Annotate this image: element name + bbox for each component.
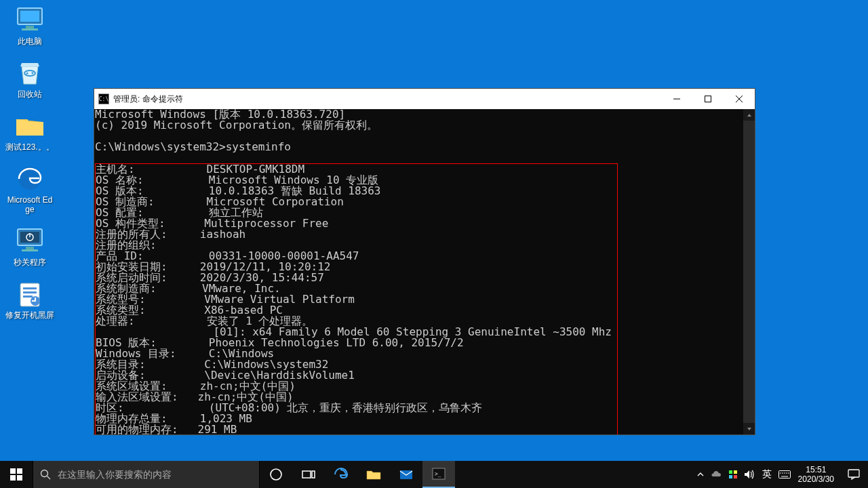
clock-date: 2020/3/30: [798, 474, 834, 484]
desktop: 此电脑回收站测试123.。。Microsoft Edge秒关程序修复开机黑屏: [5, 5, 60, 332]
desktop-icon-edge[interactable]: Microsoft Edge: [5, 164, 54, 214]
terminal-wrap: Microsoft Windows [版本 10.0.18363.720] (c…: [94, 109, 755, 434]
svg-rect-40: [734, 475, 737, 479]
titlebar[interactable]: C:\ 管理员: 命令提示符: [94, 89, 755, 109]
scroll-up-button[interactable]: [743, 109, 755, 121]
search-icon: [40, 469, 51, 480]
svg-rect-18: [32, 300, 36, 302]
svg-rect-26: [17, 468, 22, 474]
onedrive-icon[interactable]: [709, 461, 725, 488]
systeminfo-highlight: 主机名: DESKTOP-GMK18DM OS 名称: Microsoft Wi…: [95, 163, 618, 434]
tray-chevron-icon[interactable]: [692, 461, 709, 488]
desktop-icon-pc[interactable]: 此电脑: [5, 5, 54, 46]
svg-rect-14: [23, 291, 37, 293]
svg-rect-1: [20, 11, 39, 22]
svg-rect-39: [729, 475, 732, 479]
svg-text:>_: >_: [435, 471, 441, 477]
svg-rect-20: [705, 96, 711, 102]
desktop-icon-label: 测试123.。。: [5, 142, 54, 152]
desktop-icon-repair[interactable]: 修复开机黑屏: [5, 279, 54, 320]
clock[interactable]: 15:51 2020/3/30: [793, 465, 840, 484]
explorer-app-button[interactable]: [357, 461, 390, 488]
svg-rect-27: [10, 475, 16, 481]
keyboard-icon[interactable]: [776, 461, 793, 488]
shutdown-icon: [14, 226, 46, 255]
volume-icon[interactable]: [741, 461, 757, 488]
mail-app-button[interactable]: [390, 461, 422, 488]
svg-point-47: [786, 472, 787, 474]
recycle-icon: [14, 58, 46, 87]
cmd-window: C:\ 管理员: 命令提示符 Microsoft Windows [版本 10.…: [94, 88, 755, 435]
desktop-icon-label: 修复开机黑屏: [5, 310, 54, 320]
window-title: 管理员: 命令提示符: [113, 94, 661, 105]
svg-rect-28: [17, 475, 22, 481]
scrollbar[interactable]: [743, 109, 755, 434]
taskbar: >_ 英 15:51 2020/3/30: [0, 461, 868, 488]
taskbar-pinned: >_: [260, 461, 455, 488]
task-view-button[interactable]: [292, 461, 325, 488]
pc-icon: [14, 5, 46, 34]
svg-marker-24: [747, 428, 751, 430]
security-icon[interactable]: [725, 461, 741, 488]
clock-time: 15:51: [798, 465, 834, 474]
scroll-down-button[interactable]: [743, 423, 755, 434]
svg-rect-15: [23, 296, 33, 298]
svg-marker-41: [745, 470, 749, 479]
svg-rect-42: [778, 471, 790, 479]
folder-icon: [14, 111, 46, 140]
search-input[interactable]: [58, 469, 252, 480]
svg-rect-49: [848, 470, 859, 477]
cmd-app-button[interactable]: >_: [422, 461, 455, 488]
system-tray: 英 15:51 2020/3/30: [692, 461, 868, 488]
maximize-button[interactable]: [692, 89, 724, 109]
svg-rect-11: [22, 249, 38, 251]
terminal[interactable]: Microsoft Windows [版本 10.0.18363.720] (c…: [94, 109, 743, 434]
desktop-icon-label: Microsoft Edge: [5, 195, 54, 214]
edge-app-button[interactable]: [325, 461, 357, 488]
svg-rect-38: [734, 470, 737, 474]
svg-point-44: [780, 472, 781, 474]
cortana-button[interactable]: [260, 461, 292, 488]
repair-icon: [14, 279, 46, 308]
svg-point-46: [784, 472, 785, 474]
svg-rect-13: [23, 287, 37, 289]
svg-rect-10: [26, 247, 34, 249]
svg-point-45: [782, 472, 783, 474]
desktop-icon-shutdown[interactable]: 秒关程序: [5, 226, 54, 267]
svg-rect-2: [26, 26, 34, 28]
start-button[interactable]: [0, 461, 33, 488]
search-box[interactable]: [33, 461, 260, 488]
svg-point-48: [788, 472, 789, 474]
svg-rect-3: [22, 28, 38, 30]
desktop-icon-recycle[interactable]: 回收站: [5, 58, 54, 99]
desktop-icon-folder[interactable]: 测试123.。。: [5, 111, 54, 152]
edge-icon: [14, 164, 46, 192]
svg-rect-25: [10, 468, 16, 474]
desktop-icon-label: 此电脑: [5, 37, 54, 46]
close-button[interactable]: [724, 89, 755, 109]
desktop-icon-label: 回收站: [5, 89, 54, 99]
svg-line-30: [47, 476, 51, 480]
desktop-icon-label: 秒关程序: [5, 258, 54, 267]
svg-marker-23: [747, 114, 751, 117]
window-buttons: [661, 89, 755, 109]
svg-point-29: [41, 470, 48, 477]
cmd-icon: C:\: [98, 94, 109, 104]
ime-indicator[interactable]: 英: [757, 461, 776, 488]
svg-rect-32: [302, 471, 311, 478]
svg-rect-37: [729, 470, 732, 474]
svg-rect-33: [312, 471, 315, 478]
action-center-button[interactable]: [840, 469, 868, 480]
svg-point-31: [271, 469, 281, 480]
minimize-button[interactable]: [661, 89, 692, 109]
